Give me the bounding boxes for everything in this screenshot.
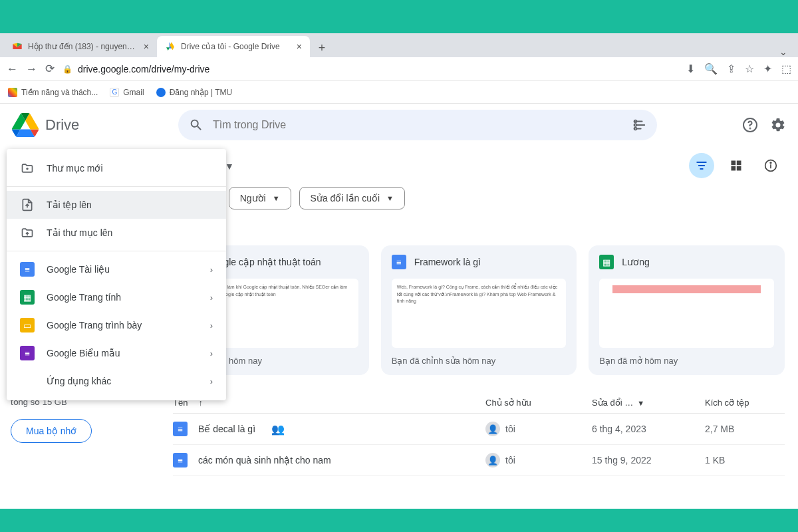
search-input[interactable] [213,119,622,131]
owner-name: tôi [505,424,515,434]
docs-icon: ≡ [173,422,188,436]
reload-icon[interactable]: ⟳ [45,62,55,76]
col-size[interactable]: Kích cỡ tệp [705,398,785,408]
gmail-icon [12,41,23,52]
browser-tab[interactable]: Hộp thư đến (183) - nguyenhoai... × [4,36,157,57]
close-tab-icon[interactable]: × [144,41,149,52]
new-tab-button[interactable]: + [313,39,331,57]
card-subtitle: Bạn đã mở hôm nay [599,356,774,366]
file-card[interactable]: ▦Lương Bạn đã mở hôm nay [589,245,785,375]
chevron-right-icon: › [210,376,213,386]
window-controls: ⌄ [779,47,798,57]
chevron-right-icon: › [210,293,213,303]
help-icon[interactable] [742,117,758,133]
lock-icon: 🔒 [63,65,72,74]
chevron-right-icon: › [210,265,213,275]
browser-tab-active[interactable]: Drive của tôi - Google Drive × [157,36,310,57]
bookmark-label: Tiềm năng và thách... [21,88,98,97]
chip-people[interactable]: Người▼ [229,187,291,209]
slides-icon: ▭ [20,318,35,332]
menu-label: Tải thư mục lên [47,227,112,238]
back-icon[interactable]: ← [7,63,18,76]
chevron-right-icon: › [210,321,213,331]
drive-logo[interactable]: Drive [12,112,165,138]
file-card[interactable]: ≡Framework là gì Web, Framework là gì? C… [381,245,577,375]
card-title: Framework là gì [414,257,481,267]
share-icon[interactable]: ⇪ [727,63,735,75]
menu-label: Ứng dụng khác [47,376,111,386]
menu-google-forms[interactable]: ≡Google Biểu mẫu› [7,339,226,367]
menu-google-docs[interactable]: ≡Google Tài liệu› [7,255,226,283]
table-row[interactable]: ≡các món quà sinh nhật cho nam 👤tôi 15 t… [173,445,785,476]
menu-more-apps[interactable]: Ứng dụng khác› [7,367,226,395]
drive-icon [165,41,176,52]
new-menu: Thư mục mới Tải tệp lên Tải thư mục lên … [7,149,226,400]
grid-view-icon[interactable] [724,153,749,178]
shared-icon: 👥 [271,423,285,436]
buy-storage-button[interactable]: Mua bộ nhớ [11,419,92,443]
docs-icon: ≡ [173,453,188,467]
search-options-icon[interactable] [632,118,646,132]
chevron-down-icon: ▼ [225,161,234,172]
bookmark-item[interactable]: Tiềm năng và thách... [8,88,98,97]
suggested-label: xuất [173,224,785,236]
close-tab-icon[interactable]: × [297,41,302,52]
chip-modified[interactable]: Sửa đổi lần cuối▼ [299,187,405,209]
zoom-icon[interactable]: 🔍 [704,63,718,75]
bookmark-label: Đăng nhập | TMU [170,88,233,97]
bookmark-item[interactable]: GGmail [110,88,144,97]
bookmarks-bar: Tiềm năng và thách... GGmail Đăng nhập |… [0,81,798,104]
app-body: Đã sử dụng 1,17 GB trong tổng số 15 GB M… [0,146,798,509]
folder-plus-icon [20,161,35,176]
chip-label: Người [240,193,266,203]
avatar: 👤 [485,422,500,436]
card-title: Lương [622,257,649,267]
chevron-down-icon: ▼ [386,194,394,202]
menu-label: Tải tệp lên [47,200,92,210]
download-icon[interactable]: ⬇ [686,63,695,75]
table-header: Tên↑ Chủ sở hữu Sửa đổi …▼ Kích cỡ tệp [173,392,785,414]
chevron-down-icon[interactable]: ⌄ [779,47,787,57]
star-icon[interactable]: ☆ [745,63,754,75]
menu-new-folder[interactable]: Thư mục mới [7,154,226,182]
svg-rect-7 [732,166,736,171]
header-actions [742,117,786,133]
menu-google-slides[interactable]: ▭Google Trang trình bày› [7,311,226,339]
menu-label: Google Biểu mẫu [47,348,120,358]
search-box[interactable] [178,110,657,140]
settings-icon[interactable] [770,117,786,133]
svg-point-11 [770,162,771,164]
table-row[interactable]: ≡Bế decal là gì👥 👤tôi 6 thg 4, 2023 2,7 … [173,414,785,445]
bookmark-item[interactable]: Đăng nhập | TMU [156,88,233,97]
drive-icon [12,112,39,138]
docs-icon: ≡ [20,262,35,277]
suggested-cards: ≡Google cập nhật thuật toán Mới gì SEOer… [173,245,785,375]
profile-icon[interactable]: ⬚ [781,63,791,75]
menu-upload-folder[interactable]: Tải thư mục lên [7,219,226,247]
url-input[interactable]: 🔒 drive.google.com/drive/my-drive [63,64,678,74]
extensions-icon[interactable]: ✦ [763,63,772,75]
info-icon[interactable] [758,153,783,178]
svg-point-4 [750,128,751,129]
sheets-icon: ▦ [599,255,614,269]
tab-title: Hộp thư đến (183) - nguyenhoai... [28,42,138,51]
filter-icon[interactable] [689,153,714,178]
google-icon: G [110,88,119,97]
menu-label: Thư mục mới [47,163,103,174]
avatar: 👤 [485,453,500,467]
menu-google-sheets[interactable]: ▦Google Trang tính› [7,283,226,311]
menu-upload-file[interactable]: Tải tệp lên [7,191,226,219]
col-modified[interactable]: Sửa đổi … [592,398,633,408]
modified-date: 15 thg 9, 2022 [592,455,705,466]
card-preview [599,279,774,348]
file-size: 1 KB [705,455,785,466]
sheets-icon: ▦ [20,290,35,305]
search-icon [189,118,203,132]
col-owner[interactable]: Chủ sở hữu [485,398,592,408]
more-icon [20,374,35,388]
menu-label: Google Trang trình bày [47,320,142,331]
favicon [156,88,166,97]
forward-icon[interactable]: → [26,63,37,76]
tab-title: Drive của tôi - Google Drive [181,42,291,51]
forms-icon: ≡ [20,346,35,360]
